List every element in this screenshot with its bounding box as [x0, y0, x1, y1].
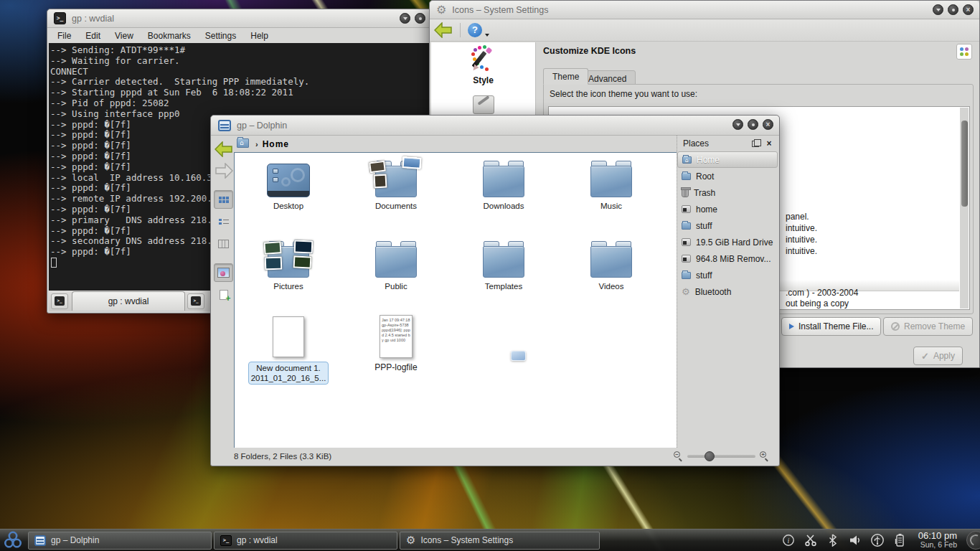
zoom-in-button[interactable]: +	[760, 451, 769, 461]
folder-icon	[590, 166, 632, 197]
tab-list-button[interactable]: >_	[187, 293, 204, 309]
theme-list-item[interactable]: panel.	[786, 212, 809, 222]
application-launcher-button[interactable]	[0, 529, 26, 551]
minimize-button[interactable]	[933, 4, 943, 15]
taskbar-task-system-settings[interactable]: ⚙ Icons – System Settings	[400, 532, 600, 550]
bluetooth-icon[interactable]	[825, 533, 841, 547]
dolphin-titlebar[interactable]: gp – Dolphin ×	[211, 116, 779, 136]
system-settings-titlebar[interactable]: ⚙ Icons – System Settings ×	[430, 1, 979, 19]
launcher-trefoil-icon	[3, 530, 23, 550]
help-dropdown-caret[interactable]	[485, 34, 489, 37]
help-button[interactable]: ?	[468, 23, 482, 37]
menu-bookmarks[interactable]: Bookmarks	[148, 31, 191, 41]
folder-icon	[483, 246, 524, 278]
battery-icon[interactable]	[892, 533, 908, 547]
theme-list-item[interactable]: intuitive.	[786, 235, 817, 245]
digital-clock[interactable]: 06:10 pm Sun, 6 Feb	[918, 531, 957, 550]
theme-description: out being a copy	[786, 298, 849, 309]
place-item-trash[interactable]: Trash	[677, 184, 778, 201]
folder-item-videos[interactable]: Videos	[561, 240, 661, 291]
file-item-new-document[interactable]: New document 1. 2011_01_20_16_5...	[238, 316, 339, 385]
sidebar-item-style[interactable]: Style	[431, 48, 535, 85]
folder-item-documents[interactable]: Documents	[346, 160, 446, 210]
close-button[interactable]: ×	[963, 4, 974, 15]
breadcrumb-separator: ›	[255, 140, 258, 149]
theme-list-item[interactable]: intuitive.	[786, 223, 817, 233]
place-item-bluetooth[interactable]: ⚙Bluetooth	[677, 283, 778, 300]
detach-panel-icon[interactable]	[752, 141, 759, 147]
terminal-icon: >_	[191, 296, 201, 306]
dolphin-title: gp – Dolphin	[237, 121, 287, 131]
details-view-button[interactable]	[214, 212, 233, 231]
scrollbar[interactable]	[960, 108, 969, 309]
place-item-hard-drive[interactable]: 19.5 GiB Hard Drive	[677, 234, 778, 250]
folder-icon	[375, 246, 417, 278]
place-item-removable[interactable]: 964.8 MiB Remov...	[677, 250, 778, 267]
forward-button[interactable]	[215, 163, 233, 179]
usb-device-icon[interactable]	[870, 533, 885, 547]
folder-view[interactable]: Desktop Documents Downloads Music	[234, 152, 678, 449]
folder-item-templates[interactable]: Templates	[453, 240, 554, 291]
system-settings-toolbar: ?	[430, 19, 979, 42]
breadcrumb-home-label[interactable]: Home	[263, 139, 289, 149]
icon-overview-button[interactable]	[956, 44, 972, 60]
close-button[interactable]: ×	[763, 119, 773, 130]
folder-icon	[483, 166, 524, 197]
klipper-scissors-icon[interactable]	[803, 533, 819, 547]
folder-item-pictures[interactable]: Pictures	[238, 240, 339, 291]
minimize-button[interactable]	[400, 13, 410, 24]
clock-time: 06:10 pm	[918, 531, 957, 541]
file-item-ppp-logfile[interactable]: Jan 17 09:47:18 gp-Aspire-5738 pppd[1946…	[346, 315, 446, 372]
back-button[interactable]	[434, 22, 453, 38]
place-item-stuff[interactable]: stuff	[677, 217, 778, 234]
place-item-home-drive[interactable]: home	[677, 201, 778, 217]
breadcrumb-home-button[interactable]: ⌂	[237, 138, 251, 150]
menu-settings[interactable]: Settings	[205, 31, 236, 41]
menu-edit[interactable]: Edit	[85, 31, 100, 41]
dolphin-window: gp – Dolphin × ⌂ › Home	[210, 115, 780, 466]
terminal-icon: >_	[55, 296, 65, 306]
folder-item-downloads[interactable]: Downloads	[453, 160, 554, 210]
menu-help[interactable]: Help	[250, 31, 268, 41]
terminal-tab[interactable]: gp : wvdial	[72, 291, 185, 311]
terminal-titlebar[interactable]: >_ gp : wvdial	[47, 9, 431, 28]
split-view-button[interactable]	[214, 286, 233, 304]
notifications-icon[interactable]: i	[781, 533, 796, 547]
folder-item-public[interactable]: Public	[346, 240, 446, 291]
zoom-slider[interactable]	[687, 455, 755, 458]
places-header: Places ×	[677, 136, 778, 151]
theme-list-item[interactable]: intuitive.	[786, 246, 817, 256]
zoom-slider-handle[interactable]	[705, 451, 715, 461]
place-item-root[interactable]: Root	[677, 168, 778, 184]
install-theme-button[interactable]: Install Theme File...	[781, 317, 881, 336]
back-button[interactable]	[215, 141, 233, 157]
scrollbar-thumb[interactable]	[961, 121, 968, 207]
close-panel-icon[interactable]: ×	[763, 138, 775, 149]
terminal-line: --> Sending: ATDT*99***1#	[50, 45, 428, 56]
menu-file[interactable]: File	[57, 31, 71, 41]
tab-theme[interactable]: Theme	[543, 68, 588, 85]
menu-view[interactable]: View	[115, 31, 133, 41]
panel-toolbox-cashew[interactable]	[966, 531, 980, 550]
maximize-button[interactable]	[415, 13, 425, 24]
columns-view-icon	[218, 240, 229, 248]
icons-view-button[interactable]	[214, 190, 233, 209]
preview-button[interactable]	[214, 263, 233, 282]
maximize-button[interactable]	[748, 119, 758, 130]
cursor-drag-artifact	[511, 351, 526, 361]
zoom-out-button[interactable]: −	[674, 451, 683, 461]
place-item-home[interactable]: ⌂ Home	[677, 151, 778, 168]
sidebar-item-workspace-icon[interactable]	[473, 95, 494, 114]
folder-item-desktop[interactable]: Desktop	[238, 160, 339, 210]
maximize-button[interactable]	[948, 4, 958, 15]
taskbar-task-dolphin[interactable]: gp – Dolphin	[28, 532, 212, 550]
dolphin-icon	[34, 535, 46, 546]
dolphin-app-icon	[218, 120, 231, 131]
minimize-button[interactable]	[732, 119, 743, 130]
taskbar-task-wvdial[interactable]: >_ gp : wvdial	[214, 532, 397, 550]
volume-icon[interactable]	[847, 533, 863, 547]
place-item-stuff-2[interactable]: stuff	[677, 267, 778, 283]
columns-view-button[interactable]	[214, 235, 233, 253]
folder-item-music[interactable]: Music	[561, 160, 661, 210]
new-tab-button[interactable]: >_	[51, 293, 68, 309]
